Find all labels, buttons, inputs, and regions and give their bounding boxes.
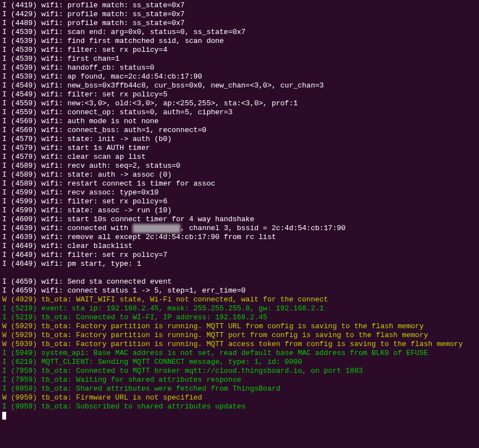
log-line: I (4639) wifi: remove all except 2c:4d:5…: [2, 233, 477, 242]
log-line: I (4599) wifi: recv assoc: type=0x10: [2, 188, 477, 197]
log-line: I (7959) tb_ota: Connected to MQTT broke…: [2, 367, 477, 376]
log-line: I (4589) wifi: restart connect 1s timer …: [2, 179, 477, 188]
cursor-line: [2, 411, 477, 420]
log-line: W (5929) tb_ota: Factory partition is ru…: [2, 331, 477, 340]
log-line: I (4639) wifi: connected with Thingsboar…: [2, 224, 477, 233]
log-line: I (8959) tb_ota: Shared attributes were …: [2, 384, 477, 393]
log-line: I (4539) wifi: ap found, mac=2c:4d:54:cb…: [2, 72, 477, 81]
log-line: I (4419) wifi: profile match: ss_state=0…: [2, 1, 477, 10]
log-line: I (6219) MQTT_CLIENT: Sending MQTT CONNE…: [2, 358, 477, 367]
log-line: I (4539) wifi: scan end: arg=0x0, status…: [2, 28, 477, 37]
log-line: I (4589) wifi: state: auth -> assoc (0): [2, 171, 477, 179]
log-line: W (5929) tb_ota: Factory partition is ru…: [2, 322, 477, 331]
log-line: I (4549) wifi: new_bss=0x3ffb44c8, cur_b…: [2, 81, 477, 90]
log-line: I (4659) wifi: connect status 1 -> 5, st…: [2, 286, 477, 295]
log-line: I (5219) tb_ota: Connected to WI-FI, IP …: [2, 313, 477, 322]
log-line: I (4539) wifi: filter: set rx policy=4: [2, 46, 477, 55]
log-line: I (7959) tb_ota: Waiting for shared attr…: [2, 376, 477, 384]
log-line: I (4539) wifi: find first matchched ssid…: [2, 37, 477, 46]
log-line: I (4579) wifi: state: init -> auth (b0): [2, 135, 477, 144]
log-line: I (4599) wifi: state: assoc -> run (10): [2, 206, 477, 215]
log-line: I (4659) wifi: Send sta connected event: [2, 277, 477, 286]
log-line: W (5939) tb_ota: Factory partition is ru…: [2, 340, 477, 349]
cursor: [2, 412, 6, 420]
log-line: I (4489) wifi: profile match: ss_state=0…: [2, 19, 477, 28]
log-line: I (4429) wifi: profile match: ss_state=0…: [2, 10, 477, 19]
log-line: I (4599) wifi: filter: set rx policy=6: [2, 197, 477, 206]
log-line: I (4579) wifi: clear scan ap list: [2, 153, 477, 162]
log-line: I (4589) wifi: recv auth: seq=2, status=…: [2, 162, 477, 171]
log-line: I (4649) wifi: pm start, type: 1: [2, 260, 477, 269]
log-line: I (4559) wifi: connect_op: status=0, aut…: [2, 108, 477, 117]
log-line: I (4609) wifi: start 10s connect timer f…: [2, 215, 477, 224]
log-line: I (4539) wifi: first chan=1: [2, 55, 477, 64]
log-line: I (4649) wifi: filter: set rx policy=7: [2, 251, 477, 260]
log-line: W (9959) tb_ota: Firmware URL is not spe…: [2, 393, 477, 402]
log-line: [2, 269, 477, 277]
log-line: I (4569) wifi: auth mode is not none: [2, 117, 477, 126]
log-line: I (4649) wifi: clear blacklist: [2, 242, 477, 251]
log-line: I (4559) wifi: new:<3,0>, old:<3,0>, ap:…: [2, 99, 477, 108]
log-line: I (5949) system_api: Base MAC address is…: [2, 349, 477, 358]
log-line: I (4569) wifi: connect_bss: auth=1, reco…: [2, 126, 477, 135]
log-line: I (5219) event: sta ip: 192.168.2.45, ma…: [2, 304, 477, 313]
log-line: I (4549) wifi: filter: set rx policy=5: [2, 90, 477, 99]
log-line: I (4539) wifi: handoff_cb: status=0: [2, 64, 477, 72]
terminal-output: I (4419) wifi: profile match: ss_state=0…: [2, 1, 477, 420]
log-line: I (4579) wifi: start 1s AUTH timer: [2, 144, 477, 153]
redacted-ssid: Thingsboard: [133, 224, 180, 233]
log-line: I (9959) tb_ota: Subscribed to shared at…: [2, 402, 477, 411]
log-line: W (4929) tb_ota: WAIT_WIFI state, Wi-Fi …: [2, 295, 477, 304]
